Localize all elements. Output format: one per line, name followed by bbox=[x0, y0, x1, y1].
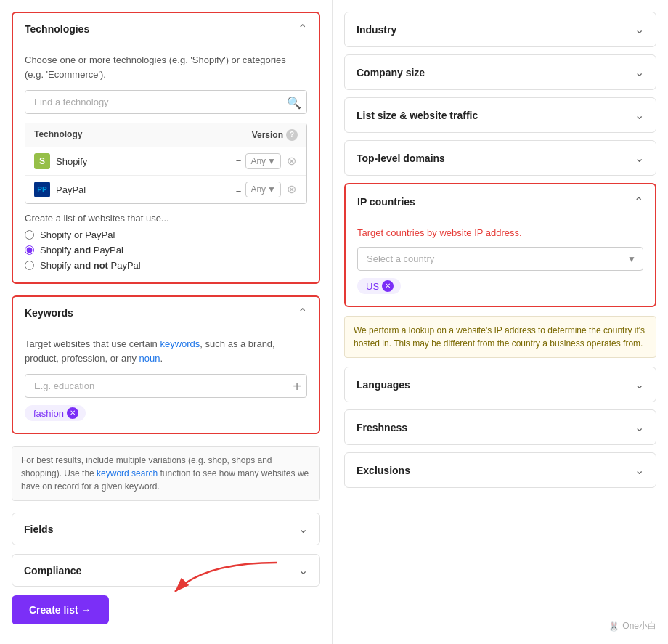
keywords-add-button[interactable]: + bbox=[293, 379, 301, 394]
kw-description: Target websites that use certain keyword… bbox=[25, 337, 307, 365]
radio-and[interactable]: Shopify and PayPal bbox=[25, 245, 307, 256]
company-size-title: Company size bbox=[357, 67, 425, 78]
keywords-tags: fashion ✕ bbox=[25, 405, 307, 421]
languages-section: Languages ⌄ bbox=[344, 367, 656, 402]
industry-section: Industry ⌄ bbox=[344, 12, 656, 47]
shopify-logo: S bbox=[34, 153, 50, 169]
technologies-header[interactable]: Technologies ⌃ bbox=[13, 13, 319, 44]
shopify-operator: = bbox=[236, 156, 242, 167]
watermark: 🐰 One小白 bbox=[608, 620, 656, 632]
radio-and-input[interactable] bbox=[25, 245, 34, 255]
create-list-area: Create list → bbox=[12, 595, 320, 624]
shopify-version-value: Any bbox=[250, 156, 266, 166]
ip-info-box: We perform a lookup on a website's IP ad… bbox=[344, 316, 656, 358]
radio-not-label: Shopify and not PayPal bbox=[40, 260, 141, 271]
technologies-chevron: ⌃ bbox=[298, 22, 307, 36]
freshness-title: Freshness bbox=[357, 422, 407, 433]
top-level-domains-header[interactable]: Top-level domains ⌄ bbox=[345, 141, 656, 175]
languages-header[interactable]: Languages ⌄ bbox=[345, 367, 656, 402]
tech-search-button[interactable]: 🔍 bbox=[287, 95, 301, 109]
tag-remove-button[interactable]: ✕ bbox=[67, 407, 78, 419]
radio-not-input[interactable] bbox=[25, 261, 34, 270]
watermark-icon: 🐰 bbox=[608, 621, 619, 632]
compliance-header[interactable]: Compliance ⌄ bbox=[12, 555, 319, 586]
table-row: PP PayPal = Any ▼ ⊗ bbox=[25, 176, 306, 203]
freshness-header[interactable]: Freshness ⌄ bbox=[345, 410, 656, 444]
us-tag-remove-button[interactable]: ✕ bbox=[382, 280, 394, 292]
top-level-domains-chevron: ⌄ bbox=[635, 151, 644, 165]
ip-countries-header[interactable]: IP countries ⌃ bbox=[346, 184, 655, 219]
col-version-label: Version ? bbox=[252, 129, 298, 141]
radio-not[interactable]: Shopify and not PayPal bbox=[25, 260, 307, 271]
radio-or-label: Shopify or PayPal bbox=[40, 229, 115, 240]
radio-or[interactable]: Shopify or PayPal bbox=[25, 229, 307, 240]
company-size-chevron: ⌄ bbox=[635, 65, 644, 79]
fields-title: Fields bbox=[24, 523, 53, 535]
tech-search-input[interactable] bbox=[25, 90, 307, 114]
paypal-version-value: Any bbox=[250, 184, 266, 195]
tech-description: Choose one or more technologies (e.g. 'S… bbox=[25, 53, 307, 81]
us-tag-label: US bbox=[366, 281, 379, 292]
exclusions-header[interactable]: Exclusions ⌄ bbox=[345, 453, 656, 487]
logic-label: Create a list of websites that use... bbox=[25, 213, 307, 224]
industry-header[interactable]: Industry ⌄ bbox=[345, 12, 656, 46]
fields-header[interactable]: Fields ⌄ bbox=[12, 513, 319, 545]
paypal-operator: = bbox=[236, 184, 242, 195]
paypal-remove-button[interactable]: ⊗ bbox=[285, 184, 298, 195]
shopify-controls: = Any ▼ ⊗ bbox=[236, 153, 298, 169]
keyword-search-link[interactable]: keyword search bbox=[97, 468, 158, 478]
ip-description: Target countries by website IP address. bbox=[357, 227, 643, 238]
shopify-version-dropdown[interactable]: Any ▼ bbox=[245, 153, 281, 169]
technologies-body: Choose one or more technologies (e.g. 'S… bbox=[13, 44, 319, 282]
industry-chevron: ⌄ bbox=[635, 23, 644, 36]
keywords-body: Target websites that use certain keyword… bbox=[13, 328, 319, 433]
compliance-section: Compliance ⌄ bbox=[12, 554, 320, 587]
fields-section: Fields ⌄ bbox=[12, 513, 320, 545]
ip-countries-chevron: ⌃ bbox=[634, 195, 643, 208]
tag-label: fashion bbox=[33, 408, 64, 419]
keywords-input[interactable] bbox=[25, 374, 307, 398]
languages-chevron: ⌄ bbox=[635, 378, 644, 391]
freshness-chevron: ⌄ bbox=[635, 420, 644, 434]
company-size-header[interactable]: Company size ⌄ bbox=[345, 55, 656, 89]
paypal-logo: PP bbox=[34, 182, 50, 197]
freshness-section: Freshness ⌄ bbox=[344, 409, 656, 445]
exclusions-chevron: ⌄ bbox=[635, 463, 644, 477]
kw-input-wrap: + bbox=[25, 374, 307, 398]
list-size-chevron: ⌄ bbox=[635, 108, 644, 122]
tech-table: Technology Version ? S Shopify = bbox=[25, 123, 307, 204]
ip-countries-section: IP countries ⌃ Target countries by websi… bbox=[344, 183, 656, 307]
col-technology-label: Technology bbox=[34, 129, 252, 141]
top-level-domains-section: Top-level domains ⌄ bbox=[344, 140, 656, 176]
exclusions-title: Exclusions bbox=[357, 465, 410, 476]
paypal-version-dropdown[interactable]: Any ▼ bbox=[245, 182, 281, 197]
create-list-button[interactable]: Create list → bbox=[12, 595, 109, 624]
radio-or-input[interactable] bbox=[25, 230, 34, 240]
country-select[interactable]: Select a country United States (US) Unit… bbox=[357, 247, 643, 271]
keywords-chevron: ⌃ bbox=[298, 306, 307, 319]
paypal-name: PayPal bbox=[56, 184, 230, 195]
keywords-section: Keywords ⌃ Target websites that use cert… bbox=[12, 295, 320, 434]
shopify-remove-button[interactable]: ⊗ bbox=[285, 155, 298, 167]
list-size-header[interactable]: List size & website traffic ⌄ bbox=[345, 98, 656, 132]
keywords-info-box: For best results, include multiple varia… bbox=[12, 446, 320, 501]
keywords-title: Keywords bbox=[25, 307, 73, 319]
kw-highlight-2: noun bbox=[139, 353, 160, 364]
shopify-name: Shopify bbox=[56, 156, 230, 167]
list-size-section: List size & website traffic ⌄ bbox=[344, 97, 656, 133]
technologies-title: Technologies bbox=[25, 23, 89, 35]
industry-title: Industry bbox=[357, 24, 396, 36]
keywords-header[interactable]: Keywords ⌃ bbox=[13, 297, 319, 328]
paypal-dropdown-arrow: ▼ bbox=[267, 184, 276, 195]
top-level-domains-title: Top-level domains bbox=[357, 152, 445, 164]
exclusions-section: Exclusions ⌄ bbox=[344, 452, 656, 488]
radio-and-label: Shopify and PayPal bbox=[40, 245, 123, 256]
watermark-text: One小白 bbox=[622, 620, 656, 632]
kw-highlight-1: keywords bbox=[160, 338, 200, 349]
company-size-section: Company size ⌄ bbox=[344, 54, 656, 90]
version-help-icon[interactable]: ? bbox=[286, 129, 298, 141]
tech-table-header: Technology Version ? bbox=[25, 123, 306, 147]
paypal-controls: = Any ▼ ⊗ bbox=[236, 182, 298, 197]
compliance-title: Compliance bbox=[24, 565, 81, 576]
logic-radio-group: Shopify or PayPal Shopify and PayPal Sho… bbox=[25, 229, 307, 271]
